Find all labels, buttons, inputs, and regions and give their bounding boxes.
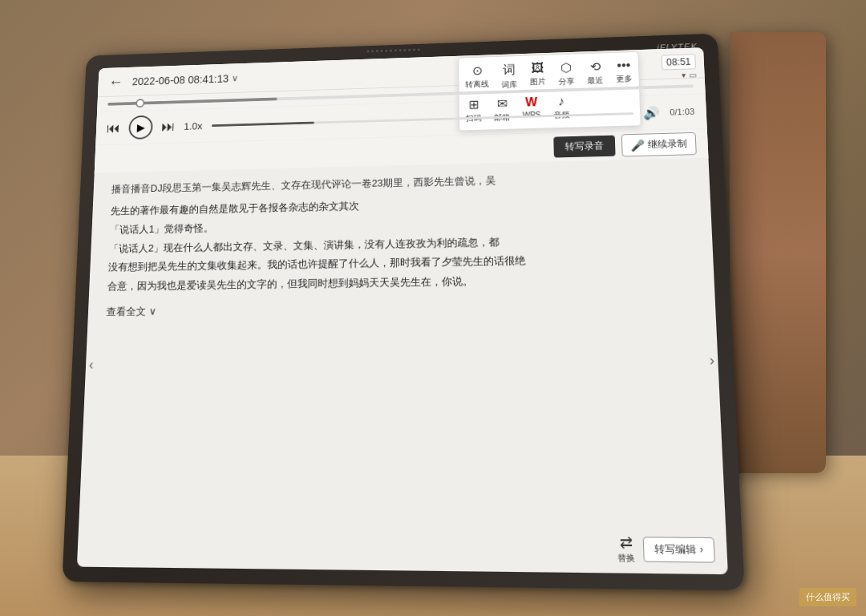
battery-icon: ▭ [689, 71, 697, 79]
watermark: 什么值得买 [799, 588, 856, 606]
view-all-button[interactable]: 查看全文 ∨ [106, 295, 704, 321]
toolbar-item-wps[interactable]: W WPS [522, 95, 540, 123]
skip-forward-button[interactable]: ⏭ [161, 119, 175, 135]
replace-label: 替换 [617, 552, 635, 564]
offline-icon: ⊙ [471, 63, 482, 78]
status-time: 08:51 [662, 54, 696, 70]
toolbar-item-more[interactable]: ••• 更多 [616, 59, 633, 87]
audio-icon: ♪ [558, 95, 565, 108]
device-outer: iFLYTEK ← 2022-06-08 08:41:13 ∨ [62, 34, 744, 591]
skip-back-button[interactable]: ⏮ [107, 120, 120, 136]
player-progress-fill [212, 121, 314, 126]
toolbar-item-share[interactable]: ⬡ 分享 [558, 60, 575, 88]
toolbar-row-2: ⊞ 扫码 ✉ 邮箱 W WPS [465, 90, 633, 128]
toolbar-item-recent[interactable]: ⟲ 最近 [587, 59, 604, 88]
progress-thumb[interactable] [136, 99, 144, 107]
email-icon: ✉ [496, 96, 507, 111]
device-cover [730, 32, 826, 473]
device-wrapper: iFLYTEK ← 2022-06-08 08:41:13 ∨ [62, 34, 744, 591]
scene: iFLYTEK ← 2022-06-08 08:41:13 ∨ [0, 0, 866, 616]
continue-label: 继续录制 [647, 137, 687, 152]
more-icon: ••• [617, 59, 630, 73]
image-icon: 🖼 [531, 61, 544, 75]
wifi-icon: ▾ [682, 71, 686, 80]
toolbar-item-qrcode[interactable]: ⊞ 扫码 [465, 97, 481, 124]
screen: ← 2022-06-08 08:41:13 ∨ ⊙ 转离线 [77, 47, 728, 574]
toolbar-item-offline[interactable]: ⊙ 转离线 [465, 63, 489, 91]
qrcode-icon: ⊞ [468, 97, 479, 111]
play-icon: ▶ [136, 121, 145, 133]
progress-fill [107, 98, 277, 106]
play-button[interactable]: ▶ [128, 116, 153, 140]
transcribe-button[interactable]: 转写录音 [553, 136, 615, 158]
edit-arrow-icon: › [699, 543, 703, 555]
volume-icon[interactable]: 🔊 [643, 105, 660, 120]
toolbar-item-email[interactable]: ✉ 邮箱 [494, 96, 510, 124]
speaker-top [317, 47, 471, 56]
toolbar-item-image[interactable]: 🖼 图片 [529, 61, 546, 89]
nav-right-button[interactable]: › [709, 351, 714, 369]
datetime-label: 2022-06-08 08:41:13 ∨ [132, 72, 239, 87]
time-label: 0/1:03 [670, 107, 695, 116]
replace-icon: ⇄ [619, 533, 633, 553]
mic-icon: 🎤 [630, 139, 645, 152]
bottom-actions: ⇄ 替换 转写编辑 › [617, 533, 715, 565]
dict-icon: 词 [503, 63, 516, 79]
wps-icon: W [525, 95, 537, 109]
status-bar: 08:51 ▾ ▭ [662, 54, 697, 80]
recent-icon: ⟲ [589, 59, 601, 74]
status-icons: ▾ ▭ [682, 71, 697, 79]
continue-record-button[interactable]: 🎤 继续录制 [621, 132, 697, 156]
back-button[interactable]: ← [108, 73, 123, 90]
toolbar-item-dict[interactable]: 词 词库 [501, 63, 517, 91]
main-content: ‹ › 播音播音DJ段思玉第一集吴志辉先生、文存在现代评论一卷23期里，西影先生… [77, 159, 728, 575]
replace-button[interactable]: ⇄ 替换 [617, 533, 635, 565]
content-area: 播音播音DJ段思玉第一集吴志辉先生、文存在现代评论一卷23期里，西影先生曾说，吴… [87, 159, 716, 329]
datetime-dropdown-icon[interactable]: ∨ [232, 73, 239, 83]
view-all-arrow-icon: ∨ [148, 302, 156, 321]
content-body: 先生的著作最有趣的自然是散见于各报各杂志的杂文其次「说话人1」觉得奇怪。「说话人… [107, 190, 702, 297]
toolbar-item-audio[interactable]: ♪ 音频 [553, 95, 570, 122]
nav-left-button[interactable]: ‹ [88, 356, 94, 373]
share-icon: ⬡ [560, 60, 572, 75]
speed-label[interactable]: 1.0x [184, 120, 202, 132]
edit-transcription-button[interactable]: 转写编辑 › [643, 537, 715, 562]
